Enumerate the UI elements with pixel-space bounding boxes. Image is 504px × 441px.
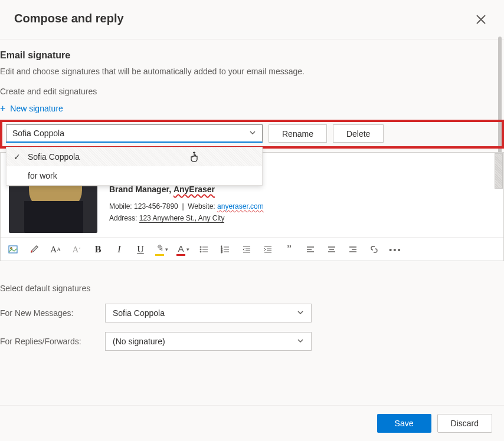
delete-button[interactable]: Delete bbox=[333, 124, 384, 143]
highlight-button[interactable]: ✎▾ bbox=[155, 243, 168, 256]
website-link[interactable]: anyeraser.com bbox=[217, 202, 264, 210]
svg-point-8 bbox=[200, 251, 201, 252]
image-icon bbox=[8, 245, 18, 254]
editor-scrollbar[interactable] bbox=[495, 153, 503, 189]
company-name: AnyEraser bbox=[174, 185, 215, 194]
address-value: 123 Anywhere St., Any City bbox=[139, 214, 225, 223]
defaults-heading: Select default signatures bbox=[0, 284, 504, 293]
replies-forwards-label: For Replies/Forwards: bbox=[0, 337, 94, 346]
align-center-button[interactable] bbox=[325, 243, 338, 256]
brush-icon bbox=[30, 245, 39, 254]
insert-image-button[interactable] bbox=[6, 243, 19, 256]
replies-forwards-value: (No signature) bbox=[113, 337, 165, 346]
font-color-button[interactable]: A▾ bbox=[176, 243, 189, 256]
address-label: Address: bbox=[109, 214, 137, 222]
highlight-region: Sofia Coppola Rename Delete ✓ Sofia Copp… bbox=[0, 120, 504, 149]
svg-point-6 bbox=[200, 249, 201, 250]
font-size-down-button[interactable]: A˅ bbox=[70, 243, 83, 256]
svg-text:3: 3 bbox=[221, 250, 222, 254]
rename-button[interactable]: Rename bbox=[269, 124, 327, 143]
outdent-button[interactable] bbox=[240, 243, 253, 256]
chevron-down-icon bbox=[297, 308, 304, 318]
signature-select-value: Sofia Coppola bbox=[12, 129, 64, 138]
format-painter-button[interactable] bbox=[28, 243, 41, 256]
save-button[interactable]: Save bbox=[377, 414, 431, 433]
italic-button[interactable]: I bbox=[113, 243, 126, 256]
mobile-value: 123-456-7890 bbox=[134, 202, 178, 210]
signature-select[interactable]: Sofia Coppola bbox=[6, 124, 263, 143]
chevron-down-icon bbox=[297, 337, 304, 346]
align-right-button[interactable] bbox=[346, 243, 359, 256]
divider-pipe: | bbox=[182, 202, 184, 210]
align-left-icon bbox=[306, 245, 315, 254]
signature-dropdown-menu: ✓ Sofia Coppola for work bbox=[6, 147, 263, 186]
section-description: Edit and choose signatures that will be … bbox=[0, 67, 504, 76]
font-size-up-button[interactable]: AA bbox=[49, 243, 62, 256]
bullet-list-icon bbox=[199, 245, 209, 254]
svg-point-3 bbox=[11, 248, 12, 249]
indent-button[interactable] bbox=[261, 243, 274, 256]
link-icon bbox=[369, 245, 379, 254]
section-heading: Email signature bbox=[0, 50, 504, 61]
outdent-icon bbox=[242, 245, 251, 254]
bullet-list-button[interactable] bbox=[198, 243, 211, 256]
footer-bar: Save Discard bbox=[0, 405, 504, 441]
dropdown-option-label: Sofia Coppola bbox=[28, 152, 80, 162]
new-signature-link[interactable]: + New signature bbox=[0, 103, 504, 114]
plus-icon: + bbox=[0, 103, 5, 114]
checkmark-icon: ✓ bbox=[14, 152, 22, 162]
dropdown-option-label: for work bbox=[28, 171, 57, 180]
page-title: Compose and reply bbox=[14, 12, 124, 25]
align-right-icon bbox=[348, 245, 358, 254]
editor-toolbar: AA A˅ B I U ✎▾ A▾ 123 ” bbox=[0, 238, 504, 261]
close-button[interactable] bbox=[472, 12, 490, 29]
align-left-button[interactable] bbox=[304, 243, 317, 256]
close-icon bbox=[476, 14, 486, 25]
quote-button[interactable]: ” bbox=[283, 243, 296, 256]
dropdown-option-sofia[interactable]: ✓ Sofia Coppola bbox=[6, 147, 262, 166]
more-options-button[interactable]: ••• bbox=[389, 243, 402, 256]
number-list-icon: 123 bbox=[221, 245, 230, 254]
align-center-icon bbox=[327, 245, 336, 254]
discard-button[interactable]: Discard bbox=[437, 414, 492, 433]
underline-button[interactable]: U bbox=[134, 243, 147, 256]
mobile-label: Mobile: bbox=[109, 202, 132, 210]
job-title: Brand Manager, bbox=[109, 185, 171, 194]
new-signature-label: New signature bbox=[10, 104, 63, 113]
number-list-button[interactable]: 123 bbox=[219, 243, 232, 256]
create-edit-label: Create and edit signatures bbox=[0, 87, 504, 96]
new-messages-select[interactable]: Sofia Coppola bbox=[105, 304, 312, 322]
bold-button[interactable]: B bbox=[91, 243, 104, 256]
dropdown-option-work[interactable]: for work bbox=[6, 166, 262, 185]
indent-icon bbox=[263, 245, 273, 254]
chevron-down-icon bbox=[249, 129, 256, 138]
replies-forwards-select[interactable]: (No signature) bbox=[105, 332, 312, 351]
website-label: Website: bbox=[188, 202, 215, 210]
cursor-icon bbox=[189, 151, 200, 165]
new-messages-value: Sofia Coppola bbox=[113, 308, 165, 318]
insert-link-button[interactable] bbox=[368, 243, 381, 256]
new-messages-label: For New Messages: bbox=[0, 308, 94, 318]
svg-point-4 bbox=[200, 246, 201, 248]
